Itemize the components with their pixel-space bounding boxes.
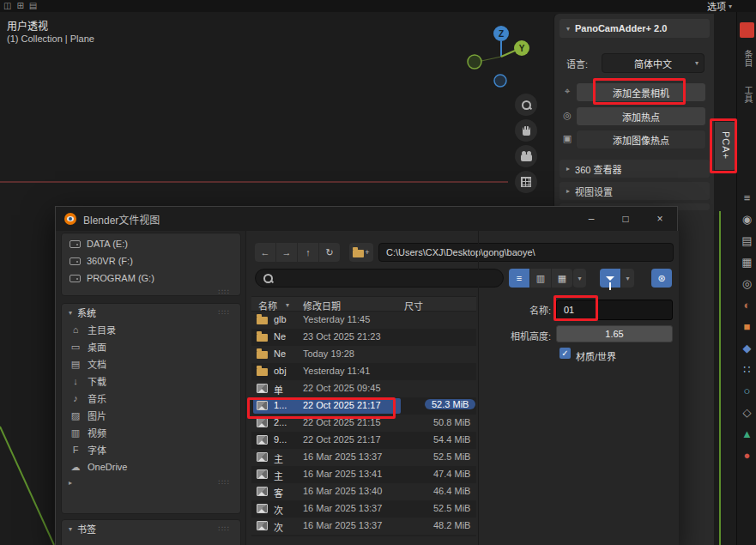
- window-title: Blender文件视图: [83, 212, 160, 227]
- scene-icon[interactable]: ◎: [742, 278, 752, 290]
- blender-logo-icon: [64, 213, 76, 225]
- file-row[interactable]: 主16 Mar 2025 13:3752.5 MiB: [251, 449, 476, 466]
- window-titlebar[interactable]: Blender文件视图 – □ ×: [56, 207, 677, 231]
- column-name[interactable]: 名称: [258, 299, 277, 312]
- volume-item[interactable]: 360VR (F:): [62, 252, 240, 269]
- tab-pca-plus[interactable]: PCA+: [715, 122, 736, 170]
- navigation-gizmo[interactable]: Z Y: [462, 22, 543, 95]
- options-label: 选项: [707, 0, 726, 13]
- topbar: ◫ ⊞ ▤ 选项 ▾: [0, 0, 756, 12]
- object-icon[interactable]: ■: [744, 321, 751, 333]
- resize-handle-icon[interactable]: ∷∷: [219, 308, 233, 317]
- material-icon[interactable]: ●: [744, 450, 751, 462]
- world-icon[interactable]: ◐: [744, 300, 751, 312]
- forward-button[interactable]: →: [276, 243, 297, 262]
- system-item[interactable]: ♪音乐: [62, 390, 240, 407]
- image-icon: [257, 504, 268, 513]
- language-label: 语言:: [566, 57, 588, 70]
- viewer-360-section[interactable]: ▸ 360 查看器: [559, 160, 710, 178]
- view-layer-icon[interactable]: ▦: [741, 257, 752, 269]
- bookmarks-header[interactable]: ▾ 书签 ∷∷: [62, 520, 240, 537]
- volume-item[interactable]: PROGRAM (G:): [62, 269, 240, 287]
- zoom-tool-button[interactable]: [515, 94, 537, 116]
- refresh-button[interactable]: ↻: [319, 243, 340, 262]
- file-row[interactable]: 9...22 Oct 2025 21:1754.4 MiB: [251, 432, 476, 449]
- add-panorama-camera-button[interactable]: 添加全景相机: [576, 82, 706, 102]
- file-row[interactable]: 次16 Mar 2025 13:3752.5 MiB: [251, 500, 476, 518]
- maximize-button[interactable]: □: [608, 207, 643, 231]
- data-icon[interactable]: ▲: [741, 428, 753, 440]
- file-row[interactable]: 2...22 Oct 2025 21:1550.8 MiB: [251, 415, 476, 432]
- tab-tool[interactable]: 工具: [741, 79, 754, 110]
- view-settings-section[interactable]: ▸ 视图设置: [559, 182, 710, 200]
- addon-panel-header[interactable]: ▾ PanoCamAdder+ 2.0: [559, 19, 710, 38]
- file-row[interactable]: 1...22 Oct 2025 21:1752.3 MiB: [251, 397, 476, 415]
- material-world-checkbox[interactable]: ✓: [559, 348, 571, 359]
- file-browser-window: Blender文件视图 – □ × DATA (E:)360VR (F:)PRO…: [55, 206, 678, 545]
- active-tool-icon[interactable]: ≡: [744, 192, 751, 204]
- system-item[interactable]: ↓下载: [62, 372, 240, 390]
- modifiers-icon[interactable]: ◆: [743, 342, 752, 354]
- camera-view-button[interactable]: [515, 145, 537, 167]
- resize-handle-icon[interactable]: ∷∷: [219, 478, 233, 487]
- system-item[interactable]: ☁OneDrive: [62, 458, 240, 475]
- file-row[interactable]: objYesterday 11:41: [251, 363, 476, 380]
- image-icon: [257, 452, 268, 462]
- camera-height-field[interactable]: 1.65: [556, 325, 673, 342]
- gizmo-neg-z-axis: [494, 75, 506, 87]
- system-item[interactable]: ▥视频: [62, 424, 240, 441]
- camera-height-value: 1.65: [605, 329, 623, 339]
- expand-icon[interactable]: ▸: [69, 479, 72, 487]
- collapse-icon: ▾: [69, 525, 72, 533]
- close-button[interactable]: ×: [643, 207, 677, 231]
- column-date[interactable]: 修改日期: [303, 299, 341, 312]
- file-row[interactable]: 次16 Mar 2025 13:3748.2 MiB: [251, 518, 476, 535]
- name-label: 名称:: [487, 303, 551, 317]
- output-icon[interactable]: ▤: [741, 235, 752, 247]
- file-row[interactable]: 客16 Mar 2025 13:4046.4 MiB: [251, 483, 476, 500]
- grid-icon: [521, 177, 531, 187]
- file-row[interactable]: 单22 Oct 2025 09:45: [251, 380, 476, 397]
- drive-icon: [70, 240, 81, 248]
- active-editor-icon[interactable]: [740, 22, 754, 38]
- system-item[interactable]: ▭桌面: [62, 338, 240, 355]
- system-item[interactable]: ▤文档: [62, 355, 240, 372]
- new-folder-button[interactable]: +: [349, 243, 373, 262]
- system-panel: ▾ 系统 ∷∷ ⌂主目录▭桌面▤文档↓下载♪音乐▨图片▥视频F字体☁OneDri…: [61, 303, 241, 514]
- add-image-hotspot-button[interactable]: 添加图像热点: [576, 130, 706, 149]
- tab-item[interactable]: 条目: [741, 43, 754, 74]
- file-row[interactable]: Ne23 Oct 2025 21:23: [251, 329, 476, 346]
- system-item[interactable]: ⌂主目录: [62, 321, 240, 338]
- options-dropdown[interactable]: 选项 ▾: [707, 0, 732, 12]
- videos-icon: ▥: [70, 427, 82, 439]
- shading-icon[interactable]: ▤: [29, 0, 37, 12]
- render-icon[interactable]: ◉: [742, 214, 752, 226]
- volume-item[interactable]: DATA (E:): [62, 235, 240, 252]
- constraints-icon[interactable]: ◇: [743, 407, 752, 419]
- operator-panel: 名称: 01 相机高度: 1.65 ✓ 材质/世界: [478, 231, 679, 545]
- file-row[interactable]: glbYesterday 11:45: [251, 312, 476, 329]
- editor-type-icon[interactable]: ◫: [3, 0, 11, 12]
- add-hotspot-button[interactable]: 添加热点: [576, 106, 706, 126]
- forward-icon: →: [282, 247, 292, 257]
- system-item[interactable]: ▨图片: [62, 407, 240, 424]
- search-input[interactable]: [255, 269, 504, 288]
- file-browser-sidebar: DATA (E:)360VR (F:)PROGRAM (G:) ∷∷ ▾ 系统 …: [56, 231, 246, 545]
- column-size[interactable]: 尺寸: [404, 299, 423, 312]
- name-input[interactable]: 01: [556, 300, 673, 320]
- physics-icon[interactable]: ○: [744, 385, 751, 397]
- file-row[interactable]: NeToday 19:28: [251, 346, 476, 363]
- pan-tool-button[interactable]: [515, 119, 537, 142]
- system-item[interactable]: F字体: [62, 441, 240, 458]
- grid-toggle-button[interactable]: [515, 171, 537, 193]
- system-header[interactable]: ▾ 系统 ∷∷: [62, 304, 240, 321]
- back-button[interactable]: ←: [255, 243, 275, 262]
- file-row[interactable]: 主16 Mar 2025 13:4147.4 MiB: [251, 466, 476, 483]
- particles-icon[interactable]: ∷: [743, 364, 750, 376]
- resize-handle-icon[interactable]: ∷∷: [219, 288, 233, 296]
- minimize-button[interactable]: –: [574, 207, 608, 231]
- resize-handle-icon[interactable]: ∷∷: [219, 524, 233, 533]
- overlay-icon[interactable]: ⊞: [16, 0, 23, 12]
- up-button[interactable]: ↑: [298, 243, 318, 262]
- language-dropdown[interactable]: 简体中文 ▾: [602, 53, 705, 73]
